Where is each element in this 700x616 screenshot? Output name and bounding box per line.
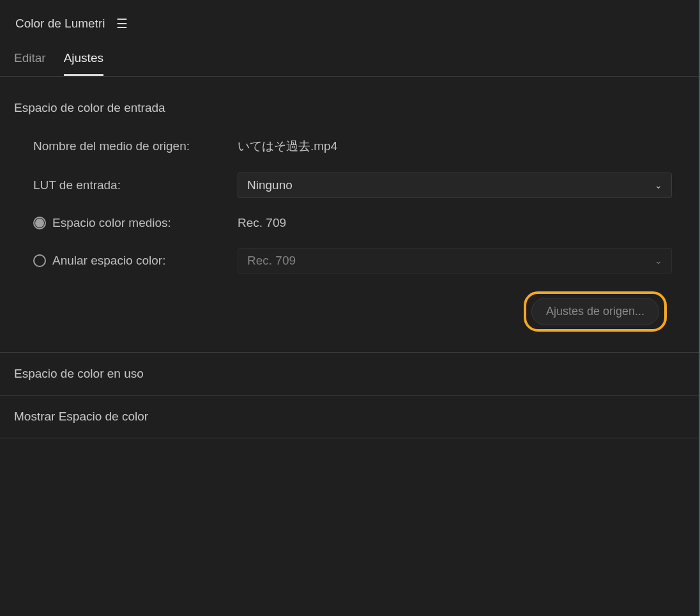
tab-settings[interactable]: Ajustes	[64, 51, 103, 76]
section-input-color-space-title: Espacio de color de entrada	[14, 101, 685, 115]
section-working-color-space[interactable]: Espacio de color en uso	[0, 353, 699, 396]
media-color-space-value: Rec. 709	[238, 216, 685, 230]
media-color-space-label: Espacio color medios:	[52, 216, 171, 230]
chevron-down-icon: ⌄	[655, 256, 662, 266]
highlight-ring: Ajustes de origen...	[524, 291, 667, 332]
input-lut-label: LUT de entrada:	[33, 178, 238, 192]
section-input-color-space: Espacio de color de entrada Nombre del m…	[0, 77, 699, 353]
panel-header: Color de Lumetri ☰	[0, 0, 699, 37]
media-color-space-radio[interactable]	[33, 217, 46, 229]
section-working-color-space-title: Espacio de color en uso	[14, 367, 685, 381]
source-media-label: Nombre del medio de origen:	[33, 139, 238, 153]
section-display-color-space-title: Mostrar Espacio de color	[14, 410, 685, 424]
row-override-color-space: Anular espacio color: Rec. 709 ⌄	[14, 248, 685, 273]
tabs-bar: Editar Ajustes	[0, 37, 699, 77]
panel-title: Color de Lumetri	[15, 17, 105, 31]
section-display-color-space[interactable]: Mostrar Espacio de color	[0, 396, 699, 438]
override-color-space-value: Rec. 709	[247, 254, 296, 268]
override-color-space-radio[interactable]	[33, 254, 46, 267]
chevron-down-icon: ⌄	[655, 180, 662, 190]
lumetri-color-panel: Color de Lumetri ☰ Editar Ajustes Espaci…	[0, 0, 699, 438]
row-input-lut: LUT de entrada: Ninguno ⌄	[14, 173, 685, 198]
row-media-color-space: Espacio color medios: Rec. 709	[14, 216, 685, 230]
source-settings-row: Ajustes de origen...	[14, 291, 685, 332]
override-color-space-dropdown: Rec. 709 ⌄	[238, 248, 672, 273]
row-source-media: Nombre del medio de origen: いてはそ過去.mp4	[14, 138, 685, 155]
source-media-value: いてはそ過去.mp4	[238, 138, 685, 155]
hamburger-menu-icon[interactable]: ☰	[116, 17, 128, 30]
source-settings-button[interactable]: Ajustes de origen...	[531, 298, 659, 325]
input-lut-dropdown[interactable]: Ninguno ⌄	[238, 173, 672, 198]
tab-edit[interactable]: Editar	[14, 51, 46, 76]
override-color-space-label: Anular espacio color:	[52, 254, 165, 268]
input-lut-value: Ninguno	[247, 178, 293, 192]
